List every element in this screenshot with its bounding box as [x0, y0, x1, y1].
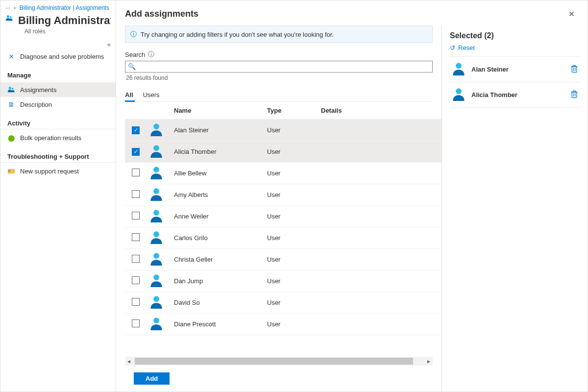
row-name: Alan Steiner	[174, 126, 267, 134]
bulk-icon: ⬤	[7, 134, 15, 142]
breadcrumb-dots[interactable]: ···	[5, 4, 10, 11]
scroll-right-arrow[interactable]: ►	[425, 359, 433, 364]
row-type: User	[267, 213, 321, 220]
info-icon: ⓘ	[130, 30, 137, 39]
row-name: Allie Bellew	[174, 170, 267, 177]
side-nav: ✕ Diagnose and solve problems Manage Ass…	[0, 49, 116, 392]
person-icon	[452, 87, 466, 102]
info-icon[interactable]: ⓘ	[148, 50, 154, 59]
nav-diagnose[interactable]: ✕ Diagnose and solve problems	[0, 49, 116, 64]
table-row[interactable]: ✓Alan SteinerUser	[125, 120, 441, 141]
add-assignments-panel: Add assignments ✕ ⓘ Try changing or addi…	[116, 0, 588, 392]
row-checkbox[interactable]	[132, 319, 140, 327]
row-type: User	[267, 256, 321, 263]
nav-bulk-results[interactable]: ⬤ Bulk operation results	[0, 130, 116, 145]
nav-cat-activity: Activity	[0, 115, 116, 129]
row-type: User	[267, 191, 321, 198]
person-icon	[149, 209, 174, 224]
person-icon	[149, 144, 174, 159]
remove-button[interactable]	[570, 64, 579, 74]
collapse-button[interactable]: «	[0, 40, 116, 49]
people-icon	[5, 14, 13, 22]
row-name: Dan Jump	[174, 277, 267, 285]
selected-heading: Selected (2)	[450, 31, 581, 40]
table-row[interactable]: Amy AlbertsUser	[125, 184, 441, 206]
close-button[interactable]: ✕	[564, 7, 579, 21]
support-icon: 🎫	[7, 167, 15, 175]
undo-icon: ↺	[450, 44, 455, 51]
breadcrumb[interactable]: ··· › Billing Administrator | Assignment…	[0, 0, 116, 12]
row-type: User	[267, 234, 321, 242]
table-row[interactable]: Anne WeilerUser	[125, 206, 441, 227]
table-row[interactable]: Diane PrescottUser	[125, 314, 441, 335]
tab-all[interactable]: All	[125, 88, 133, 101]
person-icon	[149, 187, 174, 202]
col-details: Details	[321, 107, 441, 114]
info-bar: ⓘ Try changing or adding filters if you …	[125, 25, 433, 43]
person-icon	[149, 122, 174, 138]
row-checkbox[interactable]: ✓	[132, 126, 140, 134]
table-row[interactable]: Christa GellerUser	[125, 249, 441, 270]
row-checkbox[interactable]	[132, 190, 140, 198]
breadcrumb-link[interactable]: Billing Administrator | Assignments	[20, 4, 109, 11]
row-checkbox[interactable]	[132, 255, 140, 263]
table-row[interactable]: Dan JumpUser	[125, 270, 441, 292]
row-type: User	[267, 277, 321, 285]
add-button[interactable]: Add	[134, 372, 170, 385]
row-checkbox[interactable]	[132, 169, 140, 176]
selected-pane: Selected (2) ↺ Reset Alan SteinerAlicia …	[441, 25, 584, 392]
nav-support[interactable]: 🎫 New support request	[0, 164, 116, 178]
person-icon	[452, 62, 466, 77]
search-input[interactable]	[125, 61, 433, 73]
row-type: User	[267, 299, 321, 306]
table-row[interactable]: Allie BellewUser	[125, 163, 441, 184]
table-header: Name Type Details	[125, 102, 441, 120]
h-scrollbar[interactable]: ◄ ►	[125, 357, 433, 366]
search-icon: 🔍	[128, 63, 136, 70]
nav-cat-trouble: Troubleshooting + Support	[0, 148, 116, 163]
page-title: Billing Administrator	[18, 14, 111, 27]
person-icon	[149, 317, 174, 332]
selected-name: Alicia Thomber	[471, 91, 564, 98]
row-type: User	[267, 170, 321, 177]
row-name: Amy Alberts	[174, 191, 267, 198]
selected-name: Alan Steiner	[471, 66, 564, 73]
table-row[interactable]: ✓Alicia ThomberUser	[125, 141, 441, 163]
left-pane: ··· › Billing Administrator | Assignment…	[0, 0, 116, 392]
row-name: Anne Weiler	[174, 213, 267, 220]
page-subtitle: All roles	[0, 28, 116, 40]
info-text: Try changing or adding filters if you do…	[141, 31, 334, 38]
person-icon	[149, 295, 174, 310]
results-count: 26 results found	[126, 74, 441, 81]
selected-item: Alicia Thomber	[450, 82, 581, 108]
row-checkbox[interactable]: ✓	[132, 148, 140, 156]
row-type: User	[267, 320, 321, 328]
row-type: User	[267, 148, 321, 155]
tabs: All Users	[125, 88, 433, 102]
person-icon	[149, 273, 174, 289]
nav-description[interactable]: 🗎 Description	[0, 97, 116, 112]
nav-cat-manage: Manage	[0, 67, 116, 81]
selected-item: Alan Steiner	[450, 57, 581, 82]
row-checkbox[interactable]	[132, 298, 140, 306]
table-row[interactable]: Carlos GriloUser	[125, 227, 441, 249]
row-name: Christa Geller	[174, 256, 267, 263]
row-checkbox[interactable]	[132, 212, 140, 220]
row-name: Carlos Grilo	[174, 234, 267, 242]
scroll-left-arrow[interactable]: ◄	[125, 359, 133, 364]
remove-button[interactable]	[570, 90, 579, 100]
row-name: Alicia Thomber	[174, 148, 267, 155]
person-icon	[149, 230, 174, 245]
panel-title: Add assignments	[125, 9, 564, 19]
tab-users[interactable]: Users	[143, 88, 160, 101]
row-checkbox[interactable]	[132, 276, 140, 284]
person-icon	[149, 252, 174, 267]
col-type: Type	[267, 107, 321, 114]
search-label: Search	[125, 51, 145, 58]
row-checkbox[interactable]	[132, 233, 140, 241]
results-table[interactable]: Name Type Details ✓Alan SteinerUser✓Alic…	[125, 102, 441, 357]
nav-assignments[interactable]: Assignments	[0, 82, 116, 97]
table-row[interactable]: David SoUser	[125, 292, 441, 314]
reset-button[interactable]: ↺ Reset	[450, 44, 581, 57]
row-name: David So	[174, 299, 267, 306]
